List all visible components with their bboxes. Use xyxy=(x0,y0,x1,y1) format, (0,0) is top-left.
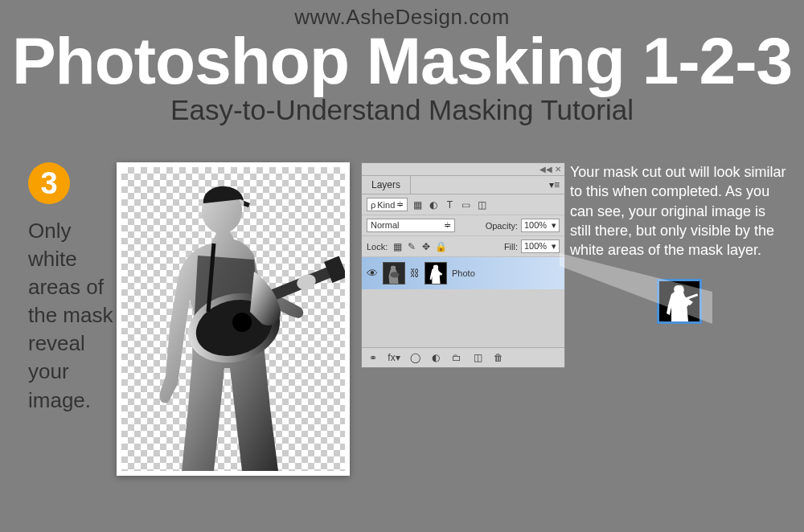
svg-point-9 xyxy=(433,272,440,277)
lock-pixels-icon[interactable]: ✎ xyxy=(405,240,418,253)
layer-row-photo[interactable]: 👁 ⛓ Photo xyxy=(362,257,564,289)
panel-menu-icon[interactable]: ▾≡ xyxy=(544,179,564,190)
opacity-field[interactable]: 100%▾ xyxy=(521,219,560,232)
svg-point-7 xyxy=(390,272,399,277)
filter-kind-select[interactable]: ρ Kind ≑ xyxy=(367,198,408,211)
visibility-toggle-icon[interactable]: 👁 xyxy=(367,267,378,280)
new-layer-icon[interactable]: ◫ xyxy=(471,351,484,364)
right-column: Your mask cut out will look similar to t… xyxy=(565,162,788,327)
layer-thumbnail[interactable] xyxy=(383,262,405,284)
panel-bottom-toolbar: ⚭ fx▾ ◯ ◐ 🗀 ◫ 🗑 xyxy=(362,347,564,367)
fill-label: Fill: xyxy=(504,242,518,252)
layers-empty-area xyxy=(362,289,564,347)
adjustment-filter-icon[interactable]: ◐ xyxy=(427,198,440,211)
subtitle: Easy-to-Understand Masking Tutorial xyxy=(0,94,804,126)
opacity-label: Opacity: xyxy=(486,221,518,231)
shape-filter-icon[interactable]: ▭ xyxy=(459,198,472,211)
delete-layer-icon[interactable]: 🗑 xyxy=(492,351,505,364)
add-mask-icon[interactable]: ◯ xyxy=(408,351,421,364)
mask-link-icon[interactable]: ⛓ xyxy=(410,268,420,279)
layers-panel: ◀◀ ✕ Layers ▾≡ ρ Kind ≑ ▦ ◐ T ▭ ◫ Normal… xyxy=(361,162,565,368)
step-description: Only white areas of the mask reveal your… xyxy=(28,217,117,415)
mask-thumbnail[interactable] xyxy=(425,262,447,284)
svg-point-11 xyxy=(673,297,689,309)
link-layers-icon[interactable]: ⚭ xyxy=(367,351,379,364)
layers-tab[interactable]: Layers xyxy=(362,176,411,194)
adjustment-layer-icon[interactable]: ◐ xyxy=(429,351,442,364)
fill-field[interactable]: 100%▾ xyxy=(521,239,560,253)
lock-transparency-icon[interactable]: ▦ xyxy=(391,240,404,253)
smart-filter-icon[interactable]: ◫ xyxy=(475,198,488,211)
svg-point-2 xyxy=(232,313,252,332)
layer-name-label[interactable]: Photo xyxy=(452,268,475,278)
collapse-icon: ◀◀ ✕ xyxy=(539,165,561,174)
lock-all-icon[interactable]: 🔒 xyxy=(434,240,447,253)
panel-collapse-bar[interactable]: ◀◀ ✕ xyxy=(362,163,564,176)
left-column: 3 Only white areas of the mask reveal yo… xyxy=(28,162,117,415)
type-filter-icon[interactable]: T xyxy=(443,198,456,211)
blend-mode-select[interactable]: Normal≑ xyxy=(367,219,455,232)
group-icon[interactable]: 🗀 xyxy=(450,351,463,364)
lock-position-icon[interactable]: ✥ xyxy=(420,240,433,253)
guitarist-figure xyxy=(121,167,345,471)
main-title: Photoshop Masking 1-2-3 xyxy=(0,23,804,99)
lock-label: Lock: xyxy=(367,242,388,252)
step-badge: 3 xyxy=(28,162,70,204)
masked-image-preview xyxy=(117,162,350,476)
fx-icon[interactable]: fx▾ xyxy=(388,351,400,364)
content-row: 3 Only white areas of the mask reveal yo… xyxy=(0,126,804,476)
explanation-text: Your mask cut out will look similar to t… xyxy=(570,162,788,260)
enlarged-mask-thumbnail xyxy=(657,279,702,324)
pixel-filter-icon[interactable]: ▦ xyxy=(411,198,424,211)
transparency-checker xyxy=(121,167,345,471)
